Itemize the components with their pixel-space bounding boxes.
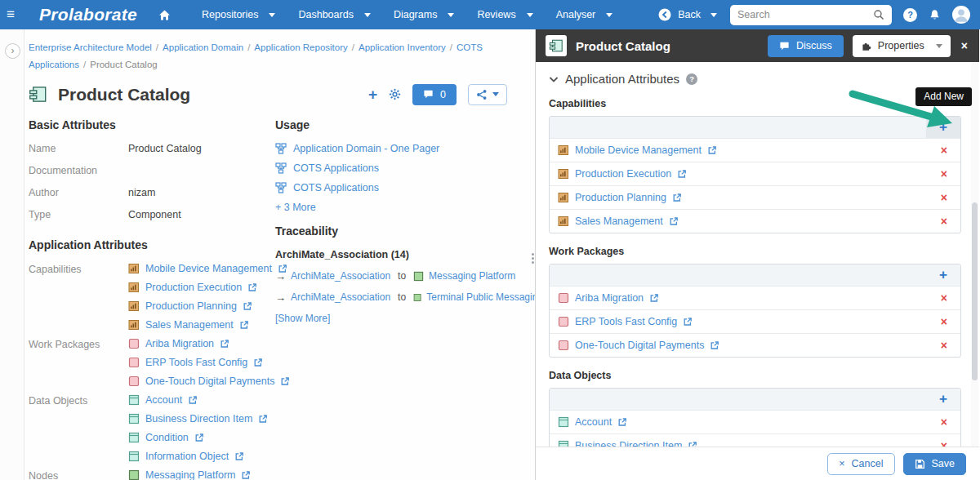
usage-more-link[interactable]: + 3 More [275, 202, 535, 213]
nav-analyser[interactable]: Analyser [556, 9, 613, 20]
brand-logo[interactable]: Prolaborate [39, 5, 137, 24]
search-icon[interactable] [873, 9, 884, 20]
cancel-button[interactable]: × Cancel [827, 453, 894, 475]
avatar[interactable] [952, 6, 970, 24]
attribute-group-work-packages: Work Packages Ariba Migration ERP Tools … [29, 338, 274, 394]
external-link-icon[interactable] [243, 301, 252, 311]
help-icon[interactable]: ? [686, 73, 697, 85]
usage-link[interactable]: COTS Applications [293, 162, 379, 174]
remove-icon[interactable]: × [941, 192, 947, 203]
entity-link[interactable]: Messaging Platform [145, 469, 235, 480]
diagram-icon [275, 162, 287, 174]
menu-icon[interactable]: ≡ [7, 7, 28, 23]
properties-dropdown[interactable]: Properties [853, 35, 951, 57]
help-icon[interactable]: ? [903, 8, 917, 22]
external-link-icon[interactable] [669, 216, 679, 226]
breadcrumb-link[interactable]: Application Repository [254, 42, 347, 52]
external-link-icon[interactable] [253, 358, 263, 367]
remove-icon[interactable]: × [941, 292, 947, 304]
capability-icon [558, 216, 569, 227]
entity-link[interactable]: Ariba Migration [145, 338, 214, 349]
breadcrumb-link[interactable]: Enterprise Architecture Model [29, 42, 152, 52]
panel-section-header[interactable]: Application Attributes ? [549, 72, 961, 86]
usage-link[interactable]: Application Domain - One Pager [293, 143, 439, 154]
add-new-button[interactable]: + [926, 389, 960, 410]
entity-link[interactable]: Mobile Device Management [575, 144, 702, 156]
external-link-icon[interactable] [710, 340, 719, 350]
breadcrumb-link[interactable]: Application Inventory [359, 42, 446, 52]
usage-link[interactable]: COTS Applications [293, 182, 379, 193]
remove-icon[interactable]: × [941, 144, 947, 156]
external-link-icon[interactable] [241, 470, 251, 480]
external-link-icon[interactable] [258, 414, 268, 424]
entity-link[interactable]: Account [145, 394, 182, 406]
scrollbar-thumb[interactable] [972, 202, 978, 380]
target-link[interactable]: Terminal Public Messaging [426, 291, 535, 303]
nav-reviews[interactable]: Reviews [477, 9, 532, 20]
entity-link[interactable]: Sales Management [145, 319, 234, 331]
breadcrumb-separator: / [83, 60, 86, 69]
entity-link[interactable]: Information Object [145, 451, 229, 462]
external-link-icon[interactable] [247, 282, 257, 292]
entity-link[interactable]: Condition [145, 432, 189, 443]
add-new-button[interactable]: + [926, 117, 960, 138]
close-icon[interactable]: × [961, 39, 968, 52]
attribute-label: Documentation [29, 165, 128, 176]
remove-icon[interactable]: × [941, 340, 947, 351]
back-button[interactable]: Back [658, 8, 717, 21]
show-more-link[interactable]: [Show More] [275, 313, 535, 324]
entity-link[interactable]: One-Touch Digital Payments [145, 376, 274, 387]
entity-link[interactable]: Mobile Device Management [145, 263, 272, 274]
target-link[interactable]: Messaging Platform [429, 270, 515, 282]
data-object-icon [128, 432, 140, 443]
attributes-column: Basic Attributes NameProduct Catalog Doc… [29, 118, 274, 480]
chat-icon [779, 41, 790, 51]
remove-icon[interactable]: × [941, 316, 947, 327]
external-link-icon[interactable] [672, 193, 682, 202]
external-link-icon[interactable] [220, 339, 229, 349]
nav-dashboards[interactable]: Dashboards [298, 9, 370, 20]
chevron-down-icon [606, 13, 612, 17]
chevron-down-icon[interactable] [549, 76, 559, 82]
entity-link[interactable]: Sales Management [575, 216, 663, 227]
external-link-icon[interactable] [677, 169, 687, 179]
entity-link[interactable]: Production Execution [575, 168, 671, 180]
external-link-icon[interactable] [649, 293, 659, 303]
entity-link[interactable]: One-Touch Digital Payments [575, 340, 704, 351]
entity-link[interactable]: Production Planning [575, 192, 666, 203]
share-button[interactable] [468, 84, 507, 105]
gear-icon[interactable] [389, 88, 401, 100]
external-link-icon[interactable] [707, 145, 717, 155]
external-link-icon[interactable] [239, 320, 249, 330]
add-button[interactable]: + [368, 87, 377, 102]
external-link-icon[interactable] [194, 433, 204, 442]
entity-link[interactable]: ERP Tools Fast Config [575, 316, 677, 327]
external-link-icon[interactable] [234, 451, 244, 461]
nav-repositories[interactable]: Repositories [202, 9, 275, 20]
discussion-count-button[interactable]: 0 [412, 84, 457, 105]
home-icon[interactable] [158, 9, 171, 21]
discuss-button[interactable]: Discuss [768, 35, 844, 57]
add-new-button[interactable]: + [926, 264, 960, 286]
entity-link[interactable]: Business Direction Item [145, 413, 252, 424]
nav-diagrams[interactable]: Diagrams [394, 9, 455, 20]
collapse-panel-button[interactable]: › [5, 43, 20, 59]
remove-icon[interactable]: × [941, 216, 947, 227]
external-link-icon[interactable] [617, 417, 627, 427]
entity-link[interactable]: Production Planning [145, 300, 237, 312]
save-button[interactable]: Save [903, 453, 967, 475]
remove-icon[interactable]: × [941, 416, 947, 428]
notifications-bell-icon[interactable] [929, 9, 941, 21]
entity-link[interactable]: Account [575, 416, 612, 428]
breadcrumb-link[interactable]: Application Domain [163, 42, 243, 52]
search-input[interactable] [737, 9, 873, 20]
entity-link[interactable]: Ariba Migration [575, 292, 644, 304]
external-link-icon[interactable] [188, 395, 198, 405]
remove-icon[interactable]: × [941, 168, 947, 180]
entity-link[interactable]: Production Execution [145, 282, 242, 293]
relation-link[interactable]: ArchiMate_Association [291, 291, 390, 303]
panel-resize-handle[interactable] [532, 253, 535, 265]
relation-link[interactable]: ArchiMate_Association [291, 270, 390, 282]
external-link-icon[interactable] [683, 317, 693, 327]
entity-link[interactable]: ERP Tools Fast Config [145, 357, 247, 368]
